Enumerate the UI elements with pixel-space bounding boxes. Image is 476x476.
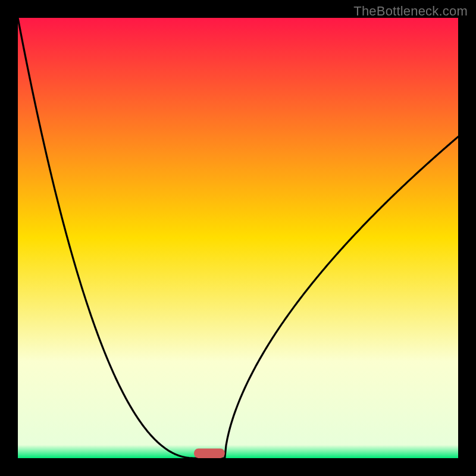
chart-frame: TheBottleneck.com xyxy=(0,0,476,476)
plot-area xyxy=(18,18,458,458)
plot-svg xyxy=(18,18,458,458)
notch-marker xyxy=(194,449,225,458)
watermark-text: TheBottleneck.com xyxy=(353,4,468,19)
gradient-background xyxy=(18,18,458,458)
